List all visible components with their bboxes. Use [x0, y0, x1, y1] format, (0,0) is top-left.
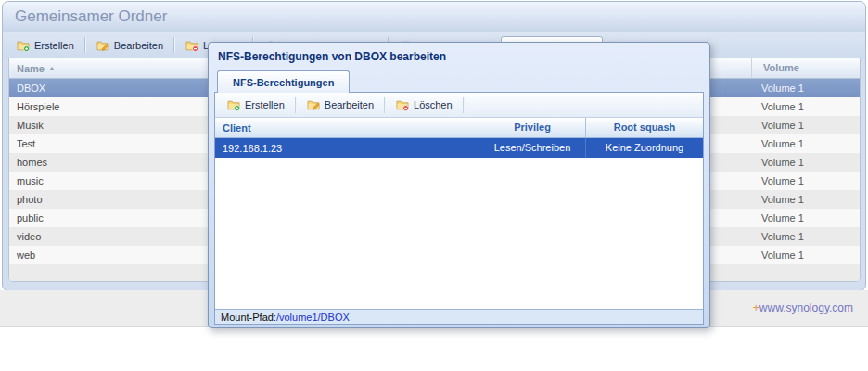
mount-path-bar: Mount-Pfad:/volume1/DBOX — [215, 309, 703, 324]
dialog-table-empty-area — [215, 158, 703, 309]
toolbar-separator — [173, 37, 175, 53]
toolbar-separator — [384, 97, 386, 113]
folder-edit-icon — [96, 39, 109, 52]
cell-name: photo — [9, 194, 217, 205]
cell-volume: Volume 1 — [750, 231, 860, 242]
cell-name: public — [9, 212, 217, 224]
dialog-toolbar: Erstellen Bearbeiten — [215, 93, 703, 118]
dialog-delete-label: Löschen — [414, 99, 453, 110]
folder-add-icon — [227, 98, 240, 111]
cell-name: Musik — [9, 120, 217, 131]
toolbar-separator — [295, 97, 297, 113]
cell-volume: Volume 1 — [750, 175, 860, 186]
folder-add-icon — [17, 39, 30, 52]
column-header-name-label: Name — [17, 63, 45, 74]
folder-edit-icon — [307, 98, 320, 111]
window-header: Gemeinsamer Ordner — [3, 2, 865, 32]
create-button-label: Erstellen — [34, 40, 74, 51]
column-header-volume[interactable]: Volume — [751, 58, 860, 78]
edit-button-label: Bearbeiten — [114, 40, 163, 51]
dialog-content: Erstellen Bearbeiten — [214, 92, 704, 325]
cell-volume: Volume 1 — [750, 138, 860, 149]
cell-name: video — [9, 231, 217, 242]
column-header-root-squash[interactable]: Root squash — [585, 118, 703, 137]
tab-nfs-permissions[interactable]: NFS-Berechtigungen — [217, 70, 350, 93]
screen: Gemeinsamer Ordner Erstellen Bea — [0, 0, 868, 371]
mount-path-label: Mount-Pfad: — [221, 312, 276, 323]
synology-link-label: www.synology.com — [760, 301, 853, 314]
cell-volume: Volume 1 — [750, 101, 860, 112]
cell-volume: Volume 1 — [750, 194, 860, 205]
synology-link[interactable]: +www.synology.com — [753, 301, 853, 314]
edit-button[interactable]: Bearbeiten — [90, 36, 170, 55]
cell-volume: Volume 1 — [750, 83, 860, 94]
column-header-name[interactable]: Name — [9, 58, 218, 78]
cell-name: DBOX — [9, 83, 217, 94]
page-title: Gemeinsamer Ordner — [15, 7, 167, 26]
cell-name: Test — [9, 138, 217, 149]
dialog-title: NFS-Berechtigungen von DBOX bearbeiten — [218, 50, 446, 63]
dialog-tab-strip: NFS-Berechtigungen — [214, 70, 704, 92]
cell-volume: Volume 1 — [750, 120, 860, 131]
cell-volume: Volume 1 — [750, 212, 860, 224]
dialog-edit-label: Bearbeiten — [325, 99, 374, 110]
cell-name: Hörspiele — [9, 101, 217, 112]
cell-volume: Volume 1 — [750, 157, 860, 168]
cell-name: web — [9, 249, 217, 261]
cell-root-squash: Keine Zuordnung — [585, 138, 703, 158]
dialog-edit-button[interactable]: Bearbeiten — [300, 96, 380, 114]
toolbar-separator — [84, 37, 86, 53]
create-button[interactable]: Erstellen — [10, 36, 81, 55]
cell-name: homes — [9, 157, 217, 168]
nfs-permissions-dialog: NFS-Berechtigungen von DBOX bearbeiten N… — [208, 42, 710, 328]
cell-client: 192.168.1.23 — [215, 143, 479, 154]
folder-remove-icon — [185, 39, 198, 52]
plus-glyph: + — [753, 301, 760, 314]
dialog-create-button[interactable]: Erstellen — [221, 96, 291, 114]
sort-ascending-icon — [49, 67, 55, 70]
nfs-rule-row[interactable]: 192.168.1.23 Lesen/Schreiben Keine Zuord… — [215, 138, 703, 158]
dialog-delete-button[interactable]: Löschen — [389, 96, 459, 114]
folder-remove-icon — [396, 98, 409, 111]
cell-name: music — [9, 175, 217, 186]
dialog-table-header: Client Privileg Root squash — [215, 118, 703, 138]
cell-volume: Volume 1 — [750, 249, 860, 261]
dialog-titlebar[interactable]: NFS-Berechtigungen von DBOX bearbeiten — [209, 43, 709, 70]
column-header-client[interactable]: Client — [215, 122, 479, 134]
column-header-privilege[interactable]: Privileg — [479, 118, 585, 137]
mount-path-value: /volume1/DBOX — [276, 312, 350, 323]
toolbar-separator — [463, 97, 465, 113]
dialog-create-label: Erstellen — [245, 99, 285, 110]
cell-privilege: Lesen/Schreiben — [479, 138, 585, 158]
